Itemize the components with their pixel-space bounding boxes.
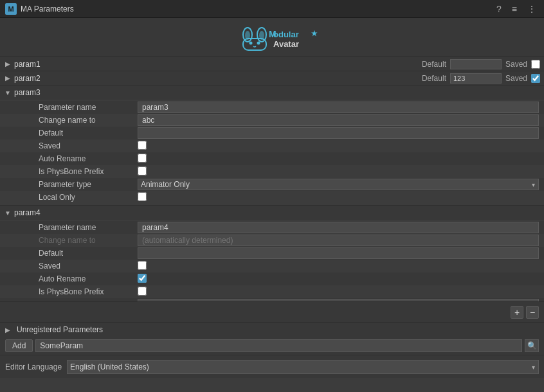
svg-point-5: [249, 42, 253, 45]
param1-default-label: Default: [422, 60, 446, 69]
param4-param-type-wrapper: Animator Only Bool Int Float: [138, 299, 539, 301]
param4-change-name-label: Change name to: [39, 236, 135, 245]
param3-physbone-checkbox[interactable]: [138, 166, 147, 175]
param4-section: ▼ param4 Parameter name Change name to D…: [0, 206, 544, 301]
param3-change-name-label: Change name to: [39, 116, 135, 125]
param3-parameter-name-value: [138, 102, 539, 113]
param1-row[interactable]: ▶ param1 Default Saved: [0, 57, 544, 71]
param3-param-type-wrapper: Animator Only Bool Int Float: [138, 179, 539, 190]
unregistered-section: ▶ Unregistered Parameters Add 🔍: [0, 322, 544, 355]
param2-default-label: Default: [422, 74, 446, 83]
param1-right: Default Saved: [422, 59, 540, 69]
editor-language-label: Editor Language: [5, 362, 62, 371]
add-param-button[interactable]: +: [511, 306, 523, 319]
param3-default-value: [138, 127, 539, 139]
param4-parameter-name-label: Parameter name: [39, 223, 135, 232]
param2-default-input[interactable]: [450, 73, 502, 84]
param3-default-row: Default: [0, 127, 544, 139]
logo-area: odular M Avatar: [0, 18, 544, 57]
param4-change-name-input[interactable]: [138, 235, 539, 246]
title-bar-actions: ? ≡ ⋮: [494, 3, 539, 15]
svg-text:Avatar: Avatar: [273, 39, 299, 49]
add-unregistered-button[interactable]: Add: [5, 339, 33, 352]
param3-change-name-input[interactable]: [138, 114, 539, 126]
param4-default-label: Default: [39, 249, 135, 258]
param4-auto-rename-value: [138, 274, 539, 285]
search-icon: 🔍: [527, 341, 537, 350]
param4-auto-rename-row: Auto Rename: [0, 272, 544, 285]
param3-parameter-name-label: Parameter name: [39, 103, 135, 112]
unregistered-arrow-icon: ▶: [4, 326, 12, 334]
remove-param-button[interactable]: −: [526, 306, 539, 319]
param3-saved-checkbox[interactable]: [138, 141, 147, 150]
param3-auto-rename-value: [138, 154, 539, 165]
param3-arrow-icon: ▼: [4, 89, 12, 96]
param3-saved-label: Saved: [39, 141, 135, 150]
param2-saved-checkbox[interactable]: [531, 74, 540, 83]
param3-param-type-select[interactable]: Animator Only Bool Int Float: [138, 179, 539, 190]
unregistered-header[interactable]: ▶ Unregistered Parameters: [0, 323, 544, 337]
unregistered-name-input[interactable]: [35, 339, 522, 352]
param4-change-name-value: [138, 235, 539, 246]
language-select-wrapper: English (United States) Japanese Chinese…: [67, 360, 539, 374]
param4-auto-rename-checkbox[interactable]: [138, 274, 147, 283]
param4-param-type-row: Parameter type Animator Only Bool Int Fl…: [0, 298, 544, 301]
bottom-toolbar: + −: [0, 301, 544, 322]
param4-parameter-name-input[interactable]: [138, 222, 539, 233]
param1-saved-label: Saved: [505, 60, 527, 69]
param3-section: ▼ param3 Parameter name Change name to D…: [0, 85, 544, 206]
param2-saved-label: Saved: [505, 74, 527, 83]
more-button[interactable]: ⋮: [525, 3, 539, 15]
param4-parameter-name-row: Parameter name: [0, 221, 544, 234]
param4-header[interactable]: ▼ param4: [0, 206, 544, 220]
param3-saved-row: Saved: [0, 139, 544, 152]
param4-default-value: [138, 247, 539, 259]
help-button[interactable]: ?: [494, 3, 504, 15]
param3-label: param3: [14, 88, 540, 97]
param1-default-input[interactable]: [450, 59, 502, 69]
param2-row[interactable]: ▶ param2 Default Saved: [0, 71, 544, 85]
parameters-scroll-area[interactable]: ▶ param1 Default Saved ▶ param2 Default …: [0, 57, 544, 301]
param3-local-only-checkbox[interactable]: [138, 192, 147, 201]
param4-parameter-name-value: [138, 222, 539, 233]
param3-auto-rename-label: Auto Rename: [39, 154, 135, 163]
svg-point-6: [257, 42, 260, 45]
unregistered-label: Unregistered Parameters: [17, 325, 103, 334]
param2-arrow-icon: ▶: [4, 75, 12, 82]
param3-header[interactable]: ▼ param3: [0, 85, 544, 100]
param3-physbone-row: Is PhysBone Prefix: [0, 165, 544, 178]
param4-saved-label: Saved: [39, 262, 135, 271]
svg-marker-10: [311, 30, 318, 37]
svg-rect-4: [243, 39, 266, 50]
param3-param-type-label: Parameter type: [39, 180, 135, 189]
param4-physbone-row: Is PhysBone Prefix: [0, 285, 544, 298]
param4-auto-rename-label: Auto Rename: [39, 274, 135, 283]
settings-button[interactable]: ≡: [509, 3, 520, 15]
app-icon: M: [5, 3, 17, 15]
param3-change-name-row: Change name to: [0, 114, 544, 127]
param1-label: param1: [14, 60, 422, 69]
param4-param-type-select[interactable]: Animator Only Bool Int Float: [138, 299, 539, 301]
param3-auto-rename-checkbox[interactable]: [138, 154, 147, 163]
param3-default-label: Default: [39, 129, 135, 138]
param3-auto-rename-row: Auto Rename: [0, 152, 544, 165]
param4-body: Parameter name Change name to Default: [0, 220, 544, 301]
param3-local-only-row: Local Only: [0, 191, 544, 204]
param3-parameter-name-input[interactable]: [138, 102, 539, 113]
param3-body: Parameter name Change name to Default: [0, 100, 544, 205]
param4-default-input[interactable]: [138, 247, 539, 259]
param2-right: Default Saved: [422, 73, 540, 84]
param4-saved-checkbox[interactable]: [138, 261, 147, 270]
param4-physbone-value: [138, 287, 539, 298]
unregistered-add-row: Add 🔍: [0, 337, 544, 355]
param3-default-input[interactable]: [138, 127, 539, 139]
param1-saved-checkbox[interactable]: [531, 60, 540, 69]
search-button[interactable]: 🔍: [525, 339, 539, 352]
modular-avatar-logo: odular M Avatar: [221, 23, 323, 51]
param4-saved-row: Saved: [0, 260, 544, 272]
param4-param-type-label: Parameter type: [39, 300, 135, 301]
language-select[interactable]: English (United States) Japanese Chinese…: [67, 360, 539, 374]
param3-physbone-value: [138, 166, 539, 177]
param4-physbone-checkbox[interactable]: [138, 287, 147, 296]
param4-physbone-label: Is PhysBone Prefix: [39, 287, 135, 296]
